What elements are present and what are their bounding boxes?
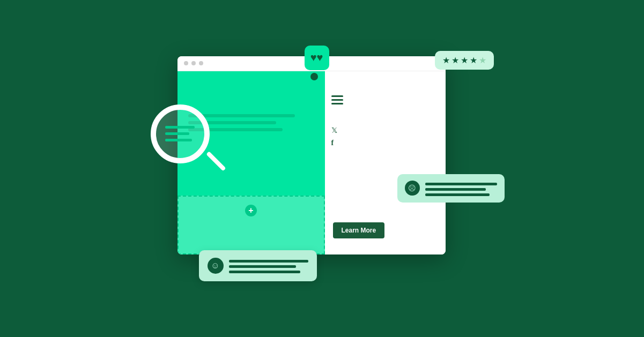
sad-line-1	[425, 183, 497, 185]
heart-badge: ♥	[305, 46, 329, 70]
hamburger-menu[interactable]	[331, 95, 439, 104]
magnifier-line-2	[165, 132, 189, 135]
heart-icon: ♥	[310, 51, 317, 64]
dashed-drop-area[interactable]: +	[177, 196, 325, 254]
happy-comment-card: ☺	[199, 250, 317, 281]
star-3: ★	[461, 55, 468, 65]
toggle-switch[interactable]	[299, 72, 319, 81]
right-white-panel: 𝕏 f Learn More	[325, 71, 446, 254]
toggle-track	[299, 72, 319, 81]
window-dot-2	[191, 61, 196, 65]
star-5-empty: ★	[479, 55, 486, 65]
happy-face-icon: ☺	[208, 258, 224, 274]
illustration-scene: ♥ ★ ★ ★ ★ ★	[135, 40, 510, 297]
twitter-icon[interactable]: 𝕏	[331, 126, 439, 134]
add-icon: +	[245, 205, 257, 216]
happy-card-lines	[229, 260, 308, 273]
star-2: ★	[451, 55, 459, 65]
magnifier-content	[165, 126, 195, 141]
social-icons: 𝕏 f	[331, 126, 439, 147]
hamburger-line-1	[331, 95, 343, 97]
sad-line-3	[425, 193, 490, 196]
happy-line-2	[229, 265, 297, 268]
happy-line-3	[229, 271, 300, 273]
window-dot-3	[199, 61, 203, 65]
star-4: ★	[470, 55, 477, 65]
browser-window: + 𝕏 f Learn More	[177, 56, 446, 254]
sad-bubble-lines	[425, 183, 497, 196]
magnifier-line-1	[165, 126, 195, 129]
sad-comment-bubble: ☹	[397, 174, 505, 203]
hamburger-line-2	[331, 99, 343, 101]
learn-more-button[interactable]: Learn More	[333, 222, 385, 238]
star-1: ★	[442, 55, 450, 65]
magnifier-line-3	[165, 139, 192, 141]
window-dot-1	[184, 61, 188, 65]
happy-line-1	[229, 260, 308, 263]
toggle-knob	[310, 73, 318, 80]
star-rating-bubble: ★ ★ ★ ★ ★	[435, 51, 494, 70]
magnifying-glass	[151, 104, 210, 163]
hamburger-line-3	[331, 103, 343, 104]
sad-face-icon: ☹	[405, 181, 420, 196]
sad-line-2	[425, 188, 486, 191]
magnifier-lens	[151, 104, 210, 163]
facebook-icon[interactable]: f	[331, 139, 439, 147]
